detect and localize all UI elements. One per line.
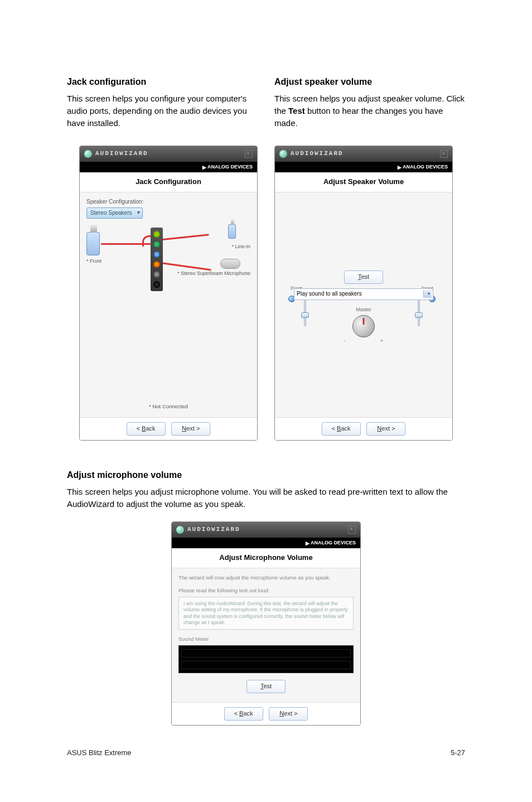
next-rest: ext >	[381, 425, 395, 432]
titlebar: AUDIOWIZARD ✕	[172, 522, 360, 538]
mic-desc: The wizard will now adjust the microphon…	[178, 574, 354, 582]
wizard-body: Adjust Speaker Volume Front Front Master…	[275, 172, 452, 417]
front-plug-label: * Front	[86, 258, 101, 265]
sound-meter-bar	[181, 661, 351, 669]
speaker-config-label: Speaker Configuration:	[86, 198, 250, 206]
not-connected-label: * Not Connected	[86, 403, 250, 410]
chevron-down-icon: ▾	[428, 291, 430, 297]
jack-port-icon[interactable]	[153, 271, 160, 278]
app-icon	[279, 150, 287, 158]
read-label: Please read the following text out loud:	[178, 587, 354, 595]
wizard-body: Jack Configuration Speaker Configuration…	[80, 172, 257, 417]
jack-panel	[151, 228, 163, 291]
back-button[interactable]: < Back	[322, 422, 361, 436]
speaker-heading: Adjust speaker volume	[274, 75, 465, 88]
wizard-footer: < Back Next >	[172, 702, 360, 725]
microphone-icon	[220, 259, 240, 269]
front-plug-icon	[86, 232, 100, 255]
app-icon	[176, 526, 184, 534]
app-icon	[84, 150, 92, 158]
play-sound-select[interactable]: Play sound to all speakers▾	[294, 288, 433, 300]
wizard-footer: < Back Next >	[275, 417, 452, 440]
next-button[interactable]: Next >	[366, 422, 405, 436]
back-rest: ack	[146, 425, 155, 432]
footer-right: 5-27	[451, 748, 465, 758]
next-button[interactable]: Next >	[171, 422, 210, 436]
card-title: Adjust Speaker Volume	[275, 172, 452, 192]
master-label: Master	[356, 306, 371, 313]
footer-left: ASUS Blitz Extreme	[67, 748, 132, 758]
back-rest: ack	[243, 710, 253, 717]
master-volume-knob[interactable]	[352, 315, 375, 337]
play-sound-value: Play sound to all speakers	[297, 291, 362, 297]
titlebar: AUDIOWIZARD ✕	[80, 146, 257, 162]
back-button[interactable]: < Back	[224, 707, 263, 721]
back-prefix: <	[137, 425, 142, 432]
wizard-footer: < Back Next >	[80, 417, 257, 440]
speaker-controls: Front Front Master - + Test Play sound t…	[282, 270, 446, 379]
back-prefix: <	[332, 425, 337, 432]
plus-label: +	[380, 337, 383, 345]
wire	[159, 234, 209, 241]
app-title: AUDIOWIZARD	[95, 149, 148, 158]
jack-config-window: AUDIOWIZARD ✕ ▶ANALOG DEVICES Jack Confi…	[79, 146, 258, 441]
jack-port-icon[interactable]	[153, 281, 160, 288]
page-footer: ASUS Blitz Extreme 5-27	[67, 748, 465, 758]
test-button[interactable]: Test	[246, 680, 286, 693]
next-button[interactable]: Next >	[269, 707, 308, 721]
linein-plug-label: * Line-In	[231, 243, 250, 250]
back-prefix: <	[234, 710, 239, 717]
sound-meter	[178, 645, 354, 673]
jack-port-icon[interactable]	[153, 251, 160, 258]
read-text-box: I am using the AudioWizard. During this …	[178, 597, 354, 630]
brand-strip: ▶ANALOG DEVICES	[172, 538, 360, 548]
card-title: Adjust Microphone Volume	[172, 548, 360, 568]
mic-volume-window: AUDIOWIZARD ✕ ▶ANALOG DEVICES Adjust Mic…	[171, 521, 361, 726]
close-icon[interactable]: ✕	[348, 526, 356, 534]
brand-strip: ▶ANALOG DEVICES	[275, 162, 452, 172]
app-title: AUDIOWIZARD	[291, 149, 344, 158]
jack-port-icon[interactable]	[153, 261, 160, 268]
wire	[159, 262, 211, 271]
card-title: Jack Configuration	[80, 172, 257, 192]
test-rest: est	[361, 273, 369, 280]
test-rest: est	[263, 683, 272, 689]
jack-body: This screen helps you configure your com…	[67, 93, 258, 129]
back-rest: ack	[341, 425, 350, 432]
next-rest: ext >	[186, 425, 200, 432]
brand-text: ANALOG DEVICES	[311, 540, 356, 545]
app-title: AUDIOWIZARD	[187, 525, 240, 534]
sound-meter-bar	[181, 649, 351, 658]
close-icon[interactable]: ✕	[245, 150, 253, 158]
speaker-config-select[interactable]: Stereo Speakers	[86, 207, 143, 219]
sound-meter-label: Sound Meter	[178, 635, 354, 643]
speaker-body-bold: Test	[288, 106, 305, 115]
back-button[interactable]: < Back	[127, 422, 166, 436]
titlebar: AUDIOWIZARD ✕	[275, 146, 452, 162]
jack-heading: Jack configuration	[67, 75, 258, 88]
test-button[interactable]: Test	[344, 270, 383, 284]
mic-body: This screen helps you adjust microphone …	[67, 486, 465, 510]
wire	[101, 243, 151, 245]
linein-plug-icon	[228, 224, 236, 239]
next-rest: ext >	[284, 710, 297, 717]
jack-port-icon[interactable]	[153, 241, 160, 248]
brand-strip: ▶ANALOG DEVICES	[80, 162, 257, 172]
close-icon[interactable]: ✕	[440, 150, 448, 158]
brand-text: ANALOG DEVICES	[403, 164, 448, 170]
jack-port-icon[interactable]	[153, 231, 160, 238]
mic-heading: Adjust microphone volume	[67, 468, 465, 481]
speaker-volume-window: AUDIOWIZARD ✕ ▶ANALOG DEVICES Adjust Spe…	[274, 146, 453, 441]
speaker-body: This screen helps you adjust speaker vol…	[274, 93, 465, 129]
brand-text: ANALOG DEVICES	[207, 164, 253, 170]
minus-label: -	[344, 337, 345, 345]
jack-diagram: * Front * Line-In * Stereo Superbeam Mic…	[86, 224, 250, 313]
wizard-body: Adjust Microphone Volume The wizard will…	[172, 548, 360, 702]
microphone-label: * Stereo Superbeam Microphone	[177, 271, 250, 277]
